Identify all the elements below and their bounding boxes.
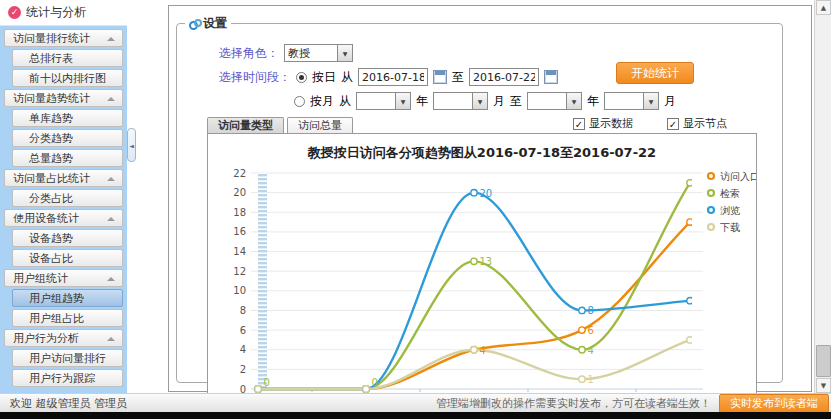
svg-text:14: 14 [233,246,246,257]
by-day-radio[interactable] [296,72,307,83]
sidebar-item[interactable]: 设备趋势 [12,229,123,247]
status-bar: 欢迎 超级管理员 管理员 管理端增删改的操作需要实时发布，方可在读者端生效！ 实… [0,393,831,412]
svg-text:4: 4 [480,345,486,356]
settings-form: 选择角色： 教授 ▼ 选择时间段： 按日 从 至 [177,36,782,110]
sidebar-header: ✓ 统计与分析 [0,0,127,26]
publish-to-reader-button[interactable]: 实时发布到读者端 [719,394,829,413]
svg-text:10: 10 [233,285,246,296]
sidebar-group-header[interactable]: 用户组统计 [4,269,123,287]
checkbox-show-nodes[interactable]: ✓显示节点 [667,116,727,131]
svg-text:17: 17 [696,217,709,228]
tab-visit-type[interactable]: 访问量类型 [207,117,284,133]
by-day-label: 按日 [312,69,336,86]
chart-panel: 024681012141618202207-1807-1907-2007-210… [207,133,757,405]
svg-text:4: 4 [240,344,246,355]
calendar-icon[interactable] [433,70,447,84]
sidebar-item[interactable]: 单库趋势 [12,109,123,127]
month-to-select[interactable]: ▼ [604,92,659,110]
chevron-down-icon[interactable]: ▼ [337,45,352,61]
check-circle-icon: ✓ [8,6,21,19]
chevron-up-icon [107,37,115,41]
from-label: 从 [339,93,351,110]
welcome-text: 欢迎 超级管理员 管理员 [10,396,127,411]
sidebar-group-header[interactable]: 访问量排行统计 [4,29,123,47]
year-to-select[interactable]: ▼ [527,92,582,110]
sidebar-item[interactable]: 用户访问量排行 [12,349,123,367]
scrollbar-thumb[interactable] [816,345,831,377]
checkbox-check-icon[interactable]: ✓ [573,118,585,130]
period-day-row: 选择时间段： 按日 从 至 [219,68,782,86]
trend-line-chart: 024681012141618202207-1807-1907-2007-210… [208,134,757,405]
role-select[interactable]: 教授 ▼ [284,44,353,62]
chevron-down-icon[interactable]: ▼ [643,93,658,109]
sidebar-item[interactable]: 总排行表 [12,49,123,67]
year-label: 年 [587,93,599,110]
svg-text:12: 12 [233,266,246,277]
sidebar-group-header[interactable]: 访问量占比统计 [4,169,123,187]
by-month-radio[interactable] [294,96,305,107]
sidebar-item[interactable]: 设备占比 [12,249,123,267]
sidebar-group-label: 访问量占比统计 [13,171,90,186]
vertical-scrollbar[interactable]: ▲ ▼ [814,0,831,393]
svg-text:20: 20 [233,187,246,198]
year-from-select[interactable]: ▼ [356,92,411,110]
chevron-up-icon [107,277,115,281]
sidebar-menu: 访问量排行统计总排行表前十以内排行图访问量趋势统计单库趋势分类趋势总量趋势访问量… [0,26,127,387]
sidebar-item[interactable]: 用户组趋势 [12,289,123,307]
main-panel: 设置 选择角色： 教授 ▼ 选择时间段： 按日 从 至 [168,5,812,392]
collapse-arrow-icon: ◄ [129,142,134,149]
sidebar-item[interactable]: 用户行为跟踪 [12,369,123,387]
sidebar-item[interactable]: 用户组占比 [12,309,123,327]
start-statistics-button[interactable]: 开始统计 [616,62,694,84]
sidebar-item[interactable]: 分类趋势 [12,129,123,147]
svg-text:9: 9 [696,296,702,307]
svg-text:0: 0 [264,377,270,388]
calendar-icon[interactable] [544,70,558,84]
month-label: 月 [493,93,505,110]
chevron-down-icon[interactable]: ▼ [395,93,410,109]
chevron-up-icon [107,217,115,221]
sidebar-group-header[interactable]: 访问量趋势统计 [4,89,123,107]
svg-text:检索: 检索 [720,188,740,199]
sidebar-group-label: 用户组统计 [13,271,68,286]
chevron-down-icon[interactable]: ▼ [472,93,487,109]
sidebar-item[interactable]: 总量趋势 [12,149,123,167]
bottom-strip [0,412,831,419]
sidebar-group-header[interactable]: 用户行为分析 [4,329,123,347]
sidebar-group-label: 用户行为分析 [13,331,79,346]
date-from-input[interactable] [358,68,428,86]
by-month-label: 按月 [310,93,334,110]
tabs-row: 访问量类型访问总量 ✓显示数据✓显示节点 [207,116,782,133]
svg-text:20: 20 [480,188,493,199]
checkbox-area: ✓显示数据✓显示节点 [573,116,727,133]
scroll-down-icon[interactable]: ▼ [816,378,831,393]
svg-text:访问入口: 访问入口 [720,171,757,182]
svg-text:8: 8 [240,305,246,316]
svg-text:5: 5 [696,335,702,346]
scroll-up-icon[interactable]: ▲ [816,0,831,15]
sidebar-item[interactable]: 分类占比 [12,189,123,207]
tab-visit-total[interactable]: 访问总量 [287,117,353,133]
svg-text:6: 6 [588,325,594,336]
chevron-down-icon[interactable]: ▼ [566,93,581,109]
sidebar-group-header[interactable]: 使用设备统计 [4,209,123,227]
role-label: 选择角色： [219,45,279,62]
sidebar-collapse-handle[interactable]: ◄ [127,128,136,162]
tabs: 访问量类型访问总量 [207,117,356,133]
publish-notice-text: 管理端增删改的操作需要实时发布，方可在读者端生效！ [436,396,711,411]
settings-title: 设置 [203,15,227,32]
month-from-select[interactable]: ▼ [433,92,488,110]
sidebar-group-label: 访问量排行统计 [13,31,90,46]
period-month-row: 按月 从 ▼ 年 ▼ 月 至 ▼ 年 ▼ 月 [294,92,782,110]
checkbox-check-icon[interactable]: ✓ [667,118,679,130]
from-label: 从 [341,69,353,86]
year-label: 年 [416,93,428,110]
date-to-input[interactable] [469,68,539,86]
checkbox-show-data[interactable]: ✓显示数据 [573,116,633,131]
period-label: 选择时间段： [219,69,291,86]
chevron-up-icon [107,97,115,101]
svg-text:2: 2 [240,364,246,375]
svg-text:18: 18 [233,207,246,218]
sidebar-item[interactable]: 前十以内排行图 [12,69,123,87]
svg-text:下载: 下载 [720,222,740,233]
